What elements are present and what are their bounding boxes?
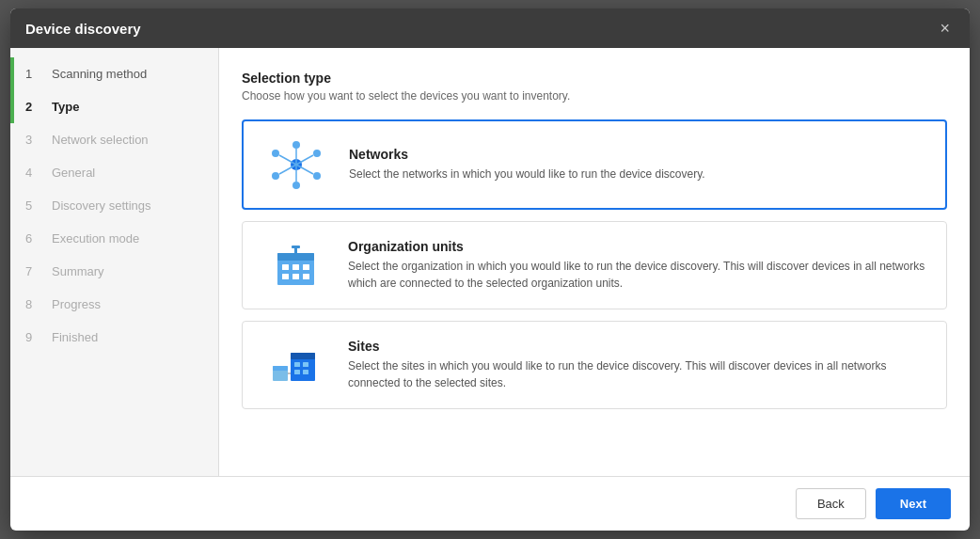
sidebar-item-finished[interactable]: 9 Finished [10,321,218,354]
svg-rect-19 [292,274,299,279]
step-indicator-1 [10,57,14,90]
svg-rect-22 [292,246,300,248]
step-label-discovery-settings: Discovery settings [52,198,150,213]
step-number-5: 5 [25,198,44,213]
svg-rect-16 [292,264,299,270]
step-number-3: 3 [25,133,44,147]
svg-rect-28 [303,362,308,367]
dialog-body: 1 Scanning method 2 Type 3 Network selec… [10,48,970,476]
svg-rect-27 [294,362,300,367]
sites-title: Sites [348,339,931,354]
sidebar-item-execution-mode[interactable]: 6 Execution mode [10,222,218,255]
sidebar: 1 Scanning method 2 Type 3 Network selec… [10,48,219,476]
sites-desc: Select the sites in which you would like… [348,357,931,391]
step-label-summary: Summary [52,264,104,278]
dialog-footer: Back Next [10,476,970,531]
svg-rect-17 [303,264,309,270]
svg-rect-21 [294,247,297,254]
svg-point-4 [292,182,300,189]
org-units-text: Organization units Select the organizati… [348,239,931,292]
next-button[interactable]: Next [876,488,951,519]
sidebar-item-network-selection[interactable]: 3 Network selection [10,123,218,156]
step-label-finished: Finished [52,330,98,344]
step-label-progress: Progress [52,297,101,311]
svg-rect-15 [282,264,289,270]
sidebar-item-scanning-method[interactable]: 1 Scanning method [10,57,218,90]
option-sites[interactable]: Sites Select the sites in which you woul… [242,321,947,409]
dialog-header: Device discovery × [10,8,970,48]
section-subtitle: Choose how you want to select the device… [242,89,947,103]
org-units-title: Organization units [348,239,931,254]
svg-point-1 [292,141,300,149]
step-number-6: 6 [25,231,44,246]
networks-desc: Select the networks in which you would l… [349,166,930,182]
svg-point-3 [313,172,321,180]
sidebar-item-general[interactable]: 4 General [10,156,218,189]
step-number-1: 1 [25,67,44,81]
svg-rect-24 [273,366,288,371]
step-number-4: 4 [25,166,44,180]
option-networks[interactable]: Networks Select the networks in which yo… [242,119,947,210]
svg-point-5 [272,172,279,180]
sidebar-item-progress[interactable]: 8 Progress [10,288,218,321]
networks-title: Networks [349,147,930,162]
sidebar-item-type[interactable]: 2 Type [10,90,218,123]
section-title: Selection type [242,71,947,86]
sites-text: Sites Select the sites in which you woul… [348,339,931,391]
svg-rect-29 [294,370,300,374]
svg-rect-26 [291,353,315,359]
org-units-desc: Select the organization in which you wou… [348,258,931,292]
svg-rect-14 [277,253,314,261]
option-org-units[interactable]: Organization units Select the organizati… [242,221,947,309]
svg-point-2 [313,150,321,157]
step-label-network-selection: Network selection [52,133,149,147]
step-number-2: 2 [25,100,44,114]
sidebar-item-summary[interactable]: 7 Summary [10,255,218,288]
svg-rect-30 [303,370,308,374]
networks-icon [259,135,334,195]
back-button[interactable]: Back [796,488,866,519]
sidebar-item-discovery-settings[interactable]: 5 Discovery settings [10,189,218,222]
step-label-execution-mode: Execution mode [52,231,139,246]
step-label-general: General [52,166,95,180]
step-number-7: 7 [25,264,44,278]
close-button[interactable]: × [935,18,955,39]
org-units-icon [258,235,333,295]
sites-icon [258,335,333,395]
step-label-scanning-method: Scanning method [52,67,147,81]
step-label-type: Type [52,100,79,114]
svg-rect-20 [303,274,309,279]
step-indicator-2 [10,90,14,123]
dialog-title: Device discovery [25,21,141,37]
svg-point-6 [272,150,279,157]
device-discovery-dialog: Device discovery × 1 Scanning method 2 T… [10,8,970,531]
main-content: Selection type Choose how you want to se… [219,48,970,476]
networks-text: Networks Select the networks in which yo… [349,147,930,182]
svg-rect-18 [282,274,289,279]
step-number-8: 8 [25,297,44,311]
step-number-9: 9 [25,330,44,344]
